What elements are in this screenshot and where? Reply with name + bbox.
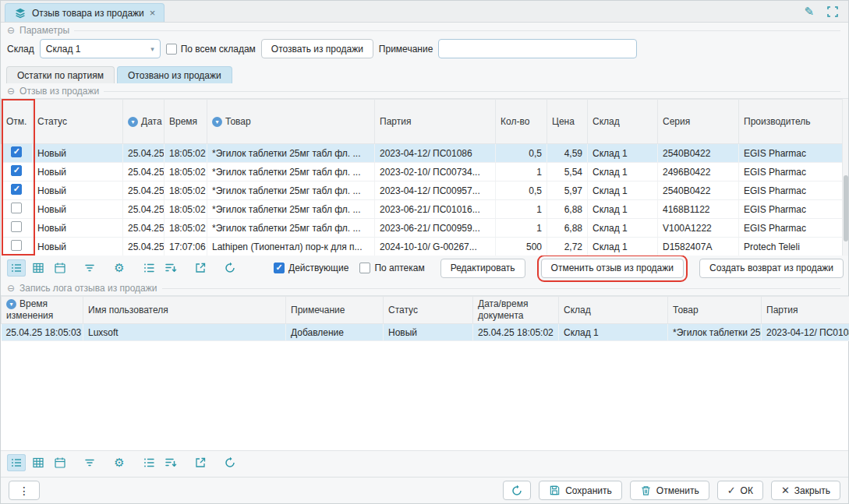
recall-from-sale-button[interactable]: Отозвать из продажи	[261, 39, 373, 58]
recall-row[interactable]: Новый 25.04.25 18:05:02 *Эгилок таблетки…	[2, 144, 844, 163]
recall-row[interactable]: Новый 25.04.25 18:05:02 *Эгилок таблетки…	[2, 200, 844, 219]
col-user-name[interactable]: Имя пользователя	[83, 297, 286, 324]
collapse-icon[interactable]: ⊖	[7, 86, 15, 96]
status-cell: Новый	[33, 200, 123, 219]
col-status[interactable]: Статус	[33, 100, 123, 144]
settings-gear-icon[interactable]: ⚙	[110, 259, 129, 277]
product-cell: *Эгилок таблетки 25мг табл фл. ...	[207, 144, 375, 163]
cancel-recall-button[interactable]: Отменить отзыв из продажи	[541, 259, 684, 278]
note-label: Примечание	[379, 44, 433, 55]
date-cell: 25.04.25	[123, 200, 164, 219]
doc-datetime-cell: 25.04.25 18:05:02	[473, 324, 559, 341]
log-header-row: ▾Время изменения Имя пользователя Примеч…	[2, 297, 849, 324]
mark-cell	[2, 219, 33, 238]
log-table: ▾Время изменения Имя пользователя Примеч…	[1, 296, 849, 341]
change-time-cell: 25.04.25 18:05:03	[2, 324, 83, 341]
col-qty[interactable]: Кол-во	[496, 100, 547, 144]
row-checkbox[interactable]	[11, 221, 22, 232]
col-status[interactable]: Статус	[384, 297, 473, 324]
edit-button[interactable]: Редактировать	[440, 259, 525, 278]
save-button[interactable]: Сохранить	[539, 481, 622, 500]
recall-row[interactable]: Новый 25.04.25 18:05:02 *Эгилок таблетки…	[2, 182, 844, 200]
filter-icon[interactable]	[80, 259, 99, 277]
list-view-icon[interactable]	[7, 454, 26, 471]
user-name-cell: Luxsoft	[83, 324, 286, 341]
note-input[interactable]	[438, 39, 637, 58]
col-warehouse[interactable]: Склад	[588, 100, 658, 144]
sort-lines-icon[interactable]	[161, 259, 180, 277]
warehouse-cell: Склад 1	[588, 219, 658, 238]
log-row[interactable]: 25.04.25 18:05:03 Luxsoft Добавление Нов…	[2, 324, 849, 341]
col-note[interactable]: Примечание	[286, 297, 384, 324]
col-mark[interactable]: Отм.	[2, 100, 33, 144]
by-pharmacies-checkbox[interactable]	[359, 263, 370, 273]
col-product[interactable]: Товар	[668, 297, 762, 324]
grid-view-icon[interactable]	[29, 259, 48, 277]
col-date[interactable]: ▾Дата	[123, 100, 164, 144]
cancel-button[interactable]: Отменить	[630, 481, 709, 500]
edit-pencil-icon[interactable]: ✎	[804, 5, 814, 19]
create-return-button[interactable]: Создать возврат из продажи	[699, 259, 844, 278]
col-doc-datetime[interactable]: Дата/время документа	[473, 297, 559, 324]
all-warehouses-option[interactable]: По всем складам	[166, 44, 256, 55]
col-price[interactable]: Цена	[547, 100, 588, 144]
fullscreen-icon[interactable]	[826, 5, 839, 18]
collapse-icon[interactable]: ⊖	[7, 26, 15, 35]
filter-icon[interactable]	[80, 454, 99, 471]
list-view-icon[interactable]	[7, 259, 26, 277]
row-checkbox[interactable]	[11, 146, 22, 157]
row-checkbox[interactable]	[11, 203, 22, 213]
recall-row[interactable]: Новый 25.04.25 18:05:02 *Эгилок таблетки…	[2, 219, 844, 238]
series-cell: V100A1222	[658, 219, 739, 238]
numbered-list-icon[interactable]	[140, 259, 158, 277]
all-warehouses-label: По всем складам	[181, 44, 256, 55]
col-batch[interactable]: Партия	[762, 297, 849, 324]
by-pharmacies-option[interactable]: По аптекам	[359, 263, 424, 273]
col-manufacturer[interactable]: Производитель	[739, 100, 844, 144]
row-checkbox[interactable]	[11, 165, 22, 176]
document-tab[interactable]: Отзыв товара из продажи ×	[5, 3, 164, 22]
col-series[interactable]: Серия	[658, 100, 739, 144]
row-checkbox[interactable]	[11, 184, 22, 195]
tab-close-icon[interactable]: ×	[150, 7, 156, 19]
calendar-icon[interactable]	[51, 454, 69, 471]
settings-gear-icon[interactable]: ⚙	[110, 454, 129, 471]
recall-toolbar: ⚙ Действующие По аптекам Редактировать О…	[1, 256, 848, 280]
collapse-icon[interactable]: ⊖	[7, 284, 15, 293]
numbered-list-icon[interactable]	[140, 454, 158, 471]
calendar-icon[interactable]	[51, 259, 69, 277]
close-button[interactable]: ✕ Закрыть	[771, 481, 840, 500]
row-checkbox[interactable]	[11, 240, 22, 251]
col-change-time[interactable]: ▾Время изменения	[2, 297, 83, 324]
vertical-scrollbar[interactable]	[842, 99, 848, 256]
manufacturer-cell: EGIS Pharmac	[739, 163, 844, 182]
export-icon[interactable]	[191, 259, 210, 277]
active-checkbox[interactable]	[274, 263, 285, 273]
refresh-icon[interactable]	[221, 259, 239, 277]
all-warehouses-checkbox[interactable]	[166, 44, 177, 55]
refresh-icon[interactable]	[221, 454, 239, 471]
note-cell: Добавление	[286, 324, 384, 341]
refresh-button[interactable]	[503, 481, 531, 500]
scrollbar-thumb[interactable]	[844, 175, 848, 241]
tab-stock-by-batches[interactable]: Остатки по партиям	[6, 66, 115, 83]
log-group-title: Запись лога отзыва из продажи	[19, 283, 157, 294]
product-cell: *Эгилок таблетки 25мг табл фл. ...	[207, 163, 375, 182]
col-warehouse[interactable]: Склад	[559, 297, 668, 324]
export-icon[interactable]	[191, 454, 210, 471]
more-actions-button[interactable]: ⋮	[9, 481, 40, 500]
product-cell: Lathipen (Тиопентал) пор-к для п...	[207, 238, 375, 256]
warehouse-select[interactable]: Склад 1 ▾	[40, 39, 161, 58]
col-product[interactable]: ▾Товар	[207, 100, 375, 144]
tab-recalled-from-sale[interactable]: Отозвано из продажи	[117, 66, 232, 83]
active-filter-option[interactable]: Действующие	[274, 263, 348, 273]
grid-view-icon[interactable]	[29, 454, 48, 471]
recall-row[interactable]: Новый 25.04.25 17:07:06 Lathipen (Тиопен…	[2, 238, 844, 256]
recall-row[interactable]: Новый 25.04.25 18:05:02 *Эгилок таблетки…	[2, 163, 844, 182]
sort-lines-icon[interactable]	[161, 454, 180, 471]
date-cell: 25.04.25	[123, 238, 164, 256]
date-cell: 25.04.25	[123, 182, 164, 200]
col-batch[interactable]: Партия	[375, 100, 496, 144]
col-time[interactable]: Время	[164, 100, 207, 144]
ok-button[interactable]: ✓ ОК	[717, 481, 763, 500]
